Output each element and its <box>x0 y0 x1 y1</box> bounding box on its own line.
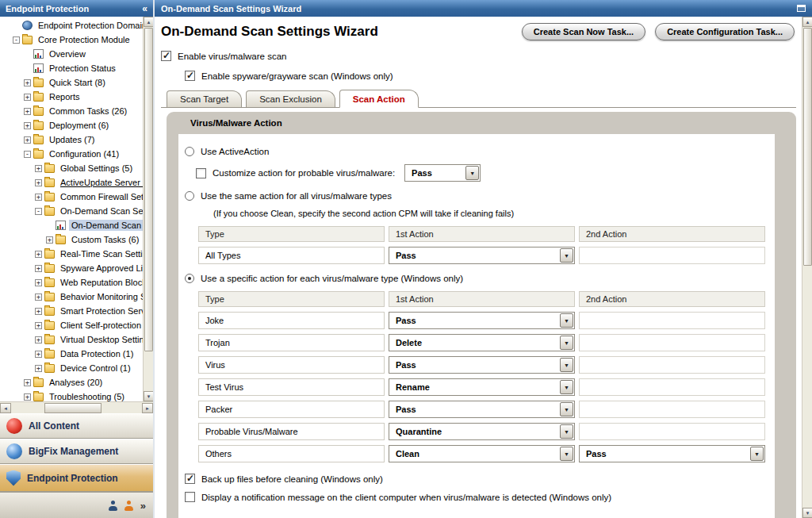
notification-label[interactable]: Display a notification message on the cl… <box>201 493 611 502</box>
tab[interactable]: Scan Target <box>167 90 242 107</box>
scrollbar-thumb[interactable] <box>803 28 812 266</box>
tree-item[interactable]: + Updates (7) <box>0 132 143 147</box>
first-action-dropdown[interactable]: Pass <box>389 401 575 418</box>
tree-expander-icon[interactable]: + <box>35 265 42 272</box>
enable-virus-scan-label[interactable]: Enable virus/malware scan <box>178 52 286 61</box>
tree-item-label[interactable]: Configuration (41) <box>47 148 121 159</box>
tree-item[interactable]: Protection Status <box>0 61 143 75</box>
main-vertical-scrollbar[interactable] <box>802 17 812 518</box>
scroll-down-icon[interactable] <box>802 508 812 518</box>
tree-expander-icon[interactable]: + <box>24 108 31 115</box>
tree-item-label[interactable]: Client Self-protection S <box>58 320 143 331</box>
chevron-down-icon[interactable] <box>560 358 573 372</box>
tree-item[interactable]: + Common Tasks (26) <box>0 104 143 118</box>
scroll-down-icon[interactable] <box>144 391 153 401</box>
probable-action-dropdown[interactable]: Pass <box>404 164 481 182</box>
tree-expander-icon[interactable]: + <box>46 236 53 244</box>
tree-item[interactable]: + Data Protection (1) <box>0 347 143 361</box>
backup-files-checkbox[interactable] <box>185 474 195 484</box>
chevron-down-icon[interactable] <box>560 424 573 439</box>
chevron-down-icon[interactable] <box>465 166 479 180</box>
tree-expander-icon[interactable]: - <box>24 151 31 158</box>
tree-item[interactable]: + Client Self-protection S <box>0 318 143 332</box>
master-operator-user-icon[interactable] <box>124 501 133 511</box>
scroll-left-icon[interactable] <box>0 403 11 413</box>
tree-expander-icon[interactable]: + <box>35 179 42 186</box>
tree-expander-icon[interactable]: - <box>35 208 42 215</box>
tree-item[interactable]: + Reports <box>0 90 143 104</box>
tree-expander-icon[interactable]: + <box>24 122 31 129</box>
tree-expander-icon[interactable]: + <box>24 393 31 401</box>
tree-item-label[interactable]: Web Reputation Blocke <box>58 277 143 288</box>
tree-expander-icon[interactable]: + <box>35 294 42 301</box>
create-configuration-task-button[interactable]: Create Configuration Task... <box>655 23 795 40</box>
operator-user-icon[interactable] <box>109 501 117 511</box>
tree-expander-icon[interactable]: + <box>35 251 42 258</box>
enable-spyware-scan-label[interactable]: Enable spyware/grayware scan (Windows on… <box>201 71 393 81</box>
chevron-down-icon[interactable] <box>560 380 573 394</box>
tree-item[interactable]: - Configuration (41) <box>0 147 143 161</box>
first-action-dropdown[interactable]: Delete <box>389 334 575 351</box>
tree-item[interactable]: Endpoint Protection Domain <box>0 18 143 33</box>
use-activeaction-label[interactable]: Use ActiveAction <box>201 147 269 156</box>
tree-vertical-scrollbar[interactable] <box>143 17 153 401</box>
tree-item-label[interactable]: Deployment (6) <box>47 120 111 131</box>
tree-horizontal-scrollbar[interactable] <box>0 401 153 413</box>
tree-item-label[interactable]: Reports <box>47 91 82 102</box>
tree-expander-icon[interactable]: + <box>35 351 42 358</box>
tree-item-label[interactable]: Behavior Monitoring Se <box>58 291 143 302</box>
tree-item-label[interactable]: Protection Status <box>47 63 118 74</box>
second-action-dropdown[interactable]: Pass <box>579 445 765 462</box>
scrollbar-thumb[interactable] <box>144 28 153 351</box>
chevron-down-icon[interactable] <box>560 447 573 461</box>
nav-button[interactable]: All Content <box>0 413 153 439</box>
tree-item-label[interactable]: On-Demand Scan Se <box>69 220 143 231</box>
tree-item-label[interactable]: Overview <box>47 48 88 59</box>
scrollbar-thumb[interactable] <box>44 403 102 413</box>
tree-expander-icon[interactable]: + <box>35 194 42 201</box>
scroll-right-icon[interactable] <box>142 403 153 413</box>
tree-expander-icon[interactable]: + <box>35 308 42 315</box>
tree-item-label[interactable]: Endpoint Protection Domain <box>36 20 143 31</box>
tree-item-label[interactable]: Smart Protection Serve <box>58 305 143 317</box>
expand-footer-icon[interactable]: » <box>140 500 146 512</box>
tree-expander-icon[interactable]: + <box>24 379 31 386</box>
scroll-up-icon[interactable] <box>802 17 812 27</box>
create-scan-now-task-button[interactable]: Create Scan Now Task... <box>522 23 645 40</box>
tree-item-label[interactable]: Spyware Approved List <box>58 263 143 274</box>
tree-item-label[interactable]: Custom Tasks (6) <box>69 234 141 245</box>
tree-expander-icon[interactable]: + <box>35 165 42 172</box>
popout-window-icon[interactable] <box>797 5 806 12</box>
tree-item-label[interactable]: Data Protection (1) <box>58 348 136 359</box>
backup-files-label[interactable]: Back up files before cleaning (Windows o… <box>201 474 383 484</box>
tree-item-label[interactable]: Updates (7) <box>47 134 97 145</box>
first-action-dropdown[interactable]: Pass <box>389 247 575 264</box>
tree-item[interactable]: + Real-Time Scan Setting <box>0 247 143 261</box>
tree-item[interactable]: + Virtual Desktop Setting <box>0 332 143 347</box>
tree-item[interactable]: + Smart Protection Serve <box>0 304 143 318</box>
tree-item[interactable]: + Common Firewall Settin <box>0 190 143 204</box>
chevron-down-icon[interactable] <box>560 313 573 328</box>
collapse-sidebar-icon[interactable]: « <box>142 3 147 14</box>
tree-item-label[interactable]: ActiveUpdate Server Se <box>58 177 143 188</box>
chevron-down-icon[interactable] <box>560 402 573 416</box>
first-action-dropdown[interactable]: Pass <box>389 356 575 374</box>
tree-expander-icon[interactable]: + <box>35 336 42 343</box>
chevron-down-icon[interactable] <box>560 248 573 263</box>
tree-item-label[interactable]: Troubleshooting (5) <box>47 391 127 401</box>
notification-checkbox[interactable] <box>185 492 195 502</box>
scroll-up-icon[interactable] <box>144 17 153 27</box>
tree-item[interactable]: + Device Control (1) <box>0 361 143 375</box>
tree-item[interactable]: + Analyses (20) <box>0 375 143 389</box>
chevron-down-icon[interactable] <box>560 336 573 350</box>
customize-probable-checkbox[interactable] <box>196 168 206 178</box>
nav-button[interactable]: BigFix Management <box>0 439 153 464</box>
use-activeaction-radio[interactable] <box>185 147 194 156</box>
tree-expander-icon[interactable]: + <box>35 279 42 286</box>
tree-item[interactable]: + Web Reputation Blocke <box>0 275 143 290</box>
tree-item-label[interactable]: Common Firewall Settin <box>58 191 143 202</box>
tree-item-label[interactable]: Real-Time Scan Setting <box>58 248 143 259</box>
tree-expander-icon[interactable]: + <box>24 79 31 86</box>
customize-probable-label[interactable]: Customize action for probable virus/malw… <box>213 168 395 178</box>
tree-item[interactable]: + Custom Tasks (6) <box>0 232 143 247</box>
